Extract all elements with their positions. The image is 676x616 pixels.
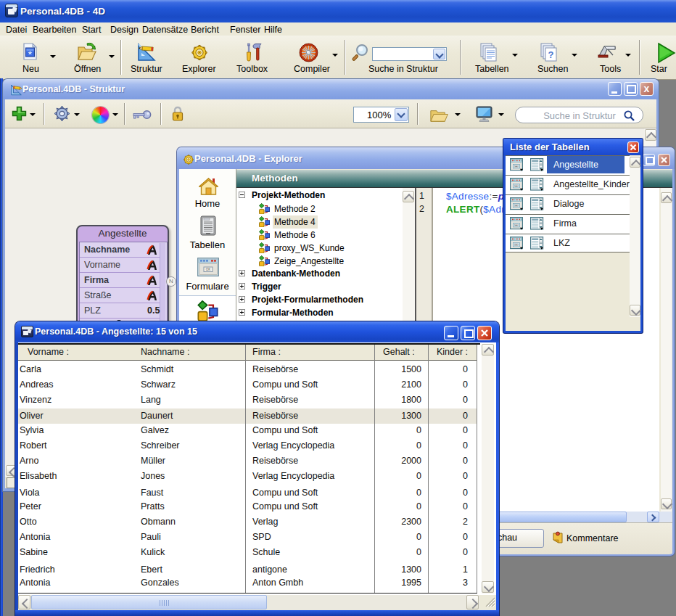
svg-text:?: ? bbox=[548, 49, 554, 60]
svg-text:OK: OK bbox=[206, 268, 211, 271]
